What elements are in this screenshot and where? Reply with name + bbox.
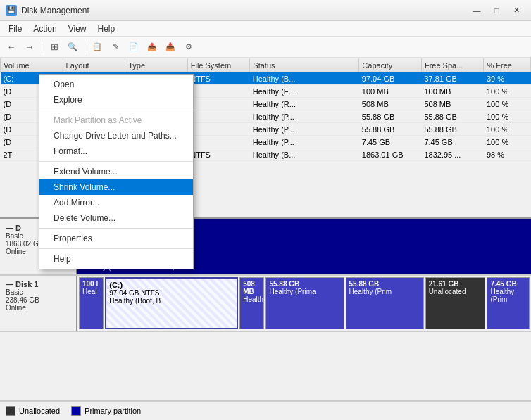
disk-1-partition-5[interactable]: 55.88 GB Healthy (Prim bbox=[346, 277, 424, 329]
context-menu-item[interactable]: Explore bbox=[39, 92, 193, 108]
d1pc-label: (C:) bbox=[109, 281, 234, 289]
table-cell: 100 % bbox=[484, 123, 531, 136]
toolbar-sep-1 bbox=[42, 41, 42, 53]
table-cell: 55.88 GB bbox=[359, 123, 422, 136]
disk-1-name: — Disk 1 bbox=[6, 280, 70, 288]
table-cell: 508 MB bbox=[421, 98, 484, 110]
d1punalloc-name: 21.61 GB bbox=[429, 280, 482, 288]
context-menu-item[interactable]: Help bbox=[39, 251, 193, 267]
d1p4-info: Healthy (Prima bbox=[269, 288, 340, 295]
col-header-layout: Layout bbox=[63, 58, 125, 72]
context-menu-separator bbox=[39, 161, 193, 162]
table-cell: 1863.01 GB bbox=[359, 148, 422, 161]
close-button[interactable]: ✕ bbox=[507, 4, 525, 18]
disk-1-type: Basic bbox=[6, 288, 70, 296]
context-menu-item[interactable]: Delete Volume... bbox=[39, 210, 193, 226]
table-cell: 100 % bbox=[484, 110, 531, 123]
table-cell: Healthy (P... bbox=[250, 110, 359, 123]
legend-primary: Primary partition bbox=[71, 406, 141, 416]
app-icon: 💾 bbox=[6, 5, 17, 16]
disk-1-label: — Disk 1 Basic 238.46 GB Online bbox=[0, 276, 77, 331]
legend-primary-box bbox=[71, 406, 81, 416]
legend-bar: Unallocated Primary partition bbox=[0, 400, 531, 420]
context-menu-separator bbox=[39, 110, 193, 110]
col-header-volume: Volume bbox=[1, 58, 63, 72]
context-menu-item: Mark Partition as Active bbox=[39, 113, 193, 128]
menu-help[interactable]: Help bbox=[92, 23, 121, 35]
table-cell bbox=[187, 85, 250, 98]
col-header-status: Status bbox=[250, 58, 359, 72]
table-cell: 1832.95 ... bbox=[421, 148, 484, 161]
window-title: Disk Management bbox=[21, 6, 468, 15]
table-cell: 100 % bbox=[484, 98, 531, 110]
toolbar-btn-8[interactable]: 📤 bbox=[144, 39, 161, 56]
table-cell: 100 MB bbox=[359, 85, 422, 98]
table-cell bbox=[187, 110, 250, 123]
toolbar-btn-7[interactable]: 📄 bbox=[125, 39, 142, 56]
legend-primary-label: Primary partition bbox=[85, 407, 141, 415]
d1p4-name: 55.88 GB bbox=[269, 280, 340, 288]
table-cell: 55.88 GB bbox=[359, 110, 422, 123]
context-menu-separator bbox=[39, 248, 193, 249]
title-bar: 💾 Disk Management — □ ✕ bbox=[0, 0, 531, 21]
context-menu-item[interactable]: Change Drive Letter and Paths... bbox=[39, 128, 193, 144]
disk-1-partition-1[interactable]: 100 I Heal bbox=[79, 277, 104, 329]
toolbar-btn-10[interactable]: ⚙ bbox=[180, 39, 197, 56]
disk-1-partition-c[interactable]: (C:) 97.04 GB NTFS Healthy (Boot, B bbox=[105, 277, 238, 329]
table-cell: Healthy (E... bbox=[250, 85, 359, 98]
legend-unallocated: Unallocated bbox=[6, 406, 60, 416]
table-cell: Healthy (B... bbox=[250, 72, 359, 85]
table-header-row: Volume Layout Type File System Status Ca… bbox=[1, 58, 531, 72]
menu-bar: File Action View Help bbox=[0, 21, 531, 37]
context-menu-item[interactable]: Format... bbox=[39, 144, 193, 159]
d1p1-name: 100 I bbox=[82, 280, 100, 288]
context-menu-item[interactable]: Open bbox=[39, 77, 193, 92]
toolbar-btn-4[interactable]: 🔍 bbox=[64, 39, 81, 56]
table-cell: 100 % bbox=[484, 136, 531, 148]
toolbar-btn-6[interactable]: ✎ bbox=[107, 39, 124, 56]
disk-1-partition-unalloc[interactable]: 21.61 GB Unallocated bbox=[425, 277, 486, 329]
context-menu-item[interactable]: Properties bbox=[39, 231, 193, 246]
table-cell: NTFS bbox=[187, 148, 250, 161]
context-menu-item[interactable]: Shrink Volume... bbox=[39, 179, 193, 195]
context-menu-item[interactable]: Extend Volume... bbox=[39, 164, 193, 179]
table-cell: 37.81 GB bbox=[421, 72, 484, 85]
toolbar-btn-3[interactable]: ⊞ bbox=[46, 39, 63, 56]
toolbar: ← → ⊞ 🔍 📋 ✎ 📄 📤 📥 ⚙ bbox=[0, 37, 531, 58]
d1p7-name: 7.45 GB bbox=[490, 280, 526, 288]
minimize-button[interactable]: — bbox=[468, 4, 486, 18]
maximize-button[interactable]: □ bbox=[487, 4, 506, 18]
window-controls: — □ ✕ bbox=[468, 4, 525, 18]
d1p1-info: Heal bbox=[82, 288, 100, 295]
back-button[interactable]: ← bbox=[3, 39, 20, 56]
table-cell: 55.88 GB bbox=[421, 123, 484, 136]
table-cell: 508 MB bbox=[359, 98, 422, 110]
disk-1-partition-7[interactable]: 7.45 GB Healthy (Prim bbox=[487, 277, 530, 329]
disk-1-partition-3[interactable]: 508 MB Health bbox=[239, 277, 264, 329]
table-cell: 39 % bbox=[484, 72, 531, 85]
table-cell: 7.45 GB bbox=[359, 136, 422, 148]
legend-unalloc-label: Unallocated bbox=[19, 407, 60, 415]
d1pc-size: 97.04 GB NTFS bbox=[109, 289, 234, 297]
context-menu-item[interactable]: Add Mirror... bbox=[39, 195, 193, 210]
table-cell: Healthy (P... bbox=[250, 136, 359, 148]
menu-file[interactable]: File bbox=[3, 23, 27, 35]
table-cell: 55.88 GB bbox=[421, 110, 484, 123]
table-cell: 97.04 GB bbox=[359, 72, 422, 85]
legend-unalloc-box bbox=[6, 406, 15, 416]
d1p7-info: Healthy (Prim bbox=[490, 288, 526, 303]
d1punalloc-info: Unallocated bbox=[429, 288, 482, 295]
disk-1-row: — Disk 1 Basic 238.46 GB Online 100 I He… bbox=[0, 276, 531, 332]
table-cell bbox=[187, 98, 250, 110]
forward-button[interactable]: → bbox=[21, 39, 38, 56]
toolbar-btn-9[interactable]: 📥 bbox=[162, 39, 179, 56]
col-header-capacity: Capacity bbox=[359, 58, 422, 72]
toolbar-btn-5[interactable]: 📋 bbox=[89, 39, 106, 56]
col-header-free: Free Spa... bbox=[421, 58, 484, 72]
table-cell: 100 MB bbox=[421, 85, 484, 98]
menu-action[interactable]: Action bbox=[27, 23, 62, 35]
col-header-type: Type bbox=[125, 58, 188, 72]
table-cell: NTFS bbox=[187, 72, 250, 85]
menu-view[interactable]: View bbox=[63, 23, 92, 35]
disk-1-partition-4[interactable]: 55.88 GB Healthy (Prima bbox=[266, 277, 344, 329]
